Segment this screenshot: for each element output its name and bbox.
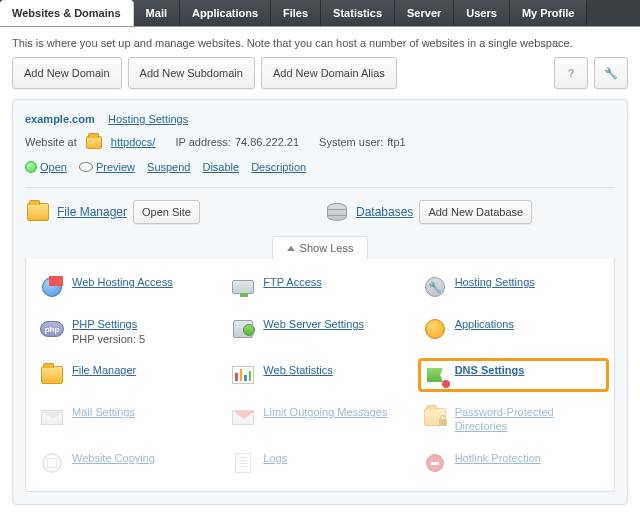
noentry-icon <box>426 454 444 472</box>
httpdocs-link[interactable]: httpdocs/ <box>111 136 156 148</box>
open-link[interactable]: Open <box>40 161 67 173</box>
suspend-link[interactable]: Suspend <box>147 161 190 173</box>
add-domain-button[interactable]: Add New Domain <box>12 57 122 89</box>
item-logs[interactable]: Logs <box>231 451 408 475</box>
gear-icon <box>425 319 445 339</box>
globe-icon <box>42 277 62 297</box>
item-web-statistics[interactable]: Web Statistics <box>231 363 408 387</box>
envelope-icon <box>41 410 63 425</box>
chevron-up-icon <box>287 246 295 251</box>
tools-button[interactable]: 🔧 <box>594 57 628 89</box>
domain-meta: Website at httpdocs/ IP address: 74.86.2… <box>25 131 615 153</box>
tab-users[interactable]: Users <box>454 0 510 26</box>
page-icon <box>235 453 251 473</box>
copy-icon <box>42 453 62 473</box>
tab-my-profile[interactable]: My Profile <box>510 0 588 26</box>
domain-panel: example.com Hosting Settings Website at … <box>12 99 628 505</box>
open-site-button[interactable]: Open Site <box>133 200 200 224</box>
domain-name-link[interactable]: example.com <box>25 113 95 125</box>
item-applications[interactable]: Applications <box>423 317 600 345</box>
item-hosting-settings[interactable]: 🔧 Hosting Settings <box>423 275 600 299</box>
disable-link[interactable]: Disable <box>202 161 239 173</box>
item-web-server-settings[interactable]: Web Server Settings <box>231 317 408 345</box>
wrench-circle-icon: 🔧 <box>425 277 445 297</box>
domain-actions: Open Preview Suspend Disable Description <box>25 161 615 173</box>
tab-applications[interactable]: Applications <box>180 0 271 26</box>
item-php-settings[interactable]: php PHP SettingsPHP version: 5 <box>40 317 217 345</box>
tab-files[interactable]: Files <box>271 0 321 26</box>
server-icon <box>233 320 253 338</box>
page-description: This is where you set up and manage webs… <box>12 37 628 49</box>
help-button[interactable]: ? <box>554 57 588 89</box>
item-ftp-access[interactable]: FTP Access <box>231 275 408 299</box>
folder-icon <box>25 201 51 223</box>
database-icon <box>324 201 350 223</box>
hosting-settings-link[interactable]: Hosting Settings <box>108 113 188 125</box>
databases-link[interactable]: Databases <box>356 205 413 219</box>
lock-folder-icon <box>424 408 446 426</box>
stats-icon <box>232 366 254 384</box>
folder-icon <box>81 131 107 153</box>
dns-flag-icon <box>427 368 443 382</box>
ftp-icon <box>232 280 254 294</box>
question-icon: ? <box>568 67 575 79</box>
tab-statistics[interactable]: Statistics <box>321 0 395 26</box>
tab-mail[interactable]: Mail <box>134 0 180 26</box>
php-icon: php <box>40 321 64 337</box>
item-web-hosting-access[interactable]: Web Hosting Access <box>40 275 217 299</box>
features-grid: Web Hosting Access FTP Access 🔧 Hosting … <box>25 259 615 492</box>
file-manager-link[interactable]: File Manager <box>57 205 127 219</box>
add-subdomain-button[interactable]: Add New Subdomain <box>128 57 255 89</box>
item-limit-outgoing[interactable]: Limit Outgoing Messages <box>231 405 408 433</box>
tab-websites-domains[interactable]: Websites & Domains <box>0 0 134 26</box>
item-hotlink-protection[interactable]: Hotlink Protection <box>423 451 600 475</box>
item-password-protected[interactable]: Password-Protected Directories <box>423 405 600 433</box>
item-file-manager[interactable]: File Manager <box>40 363 217 387</box>
item-dns-settings[interactable]: DNS Settings <box>418 358 609 392</box>
preview-link[interactable]: Preview <box>96 161 135 173</box>
wrench-icon: 🔧 <box>604 67 618 80</box>
preview-icon <box>79 162 93 172</box>
top-tabs: Websites & Domains Mail Applications Fil… <box>0 0 640 27</box>
open-icon <box>25 161 37 173</box>
tab-server[interactable]: Server <box>395 0 454 26</box>
toolbar: Add New Domain Add New Subdomain Add New… <box>12 57 628 89</box>
envelope-limit-icon <box>232 410 254 425</box>
item-website-copying[interactable]: Website Copying <box>40 451 217 475</box>
description-link[interactable]: Description <box>251 161 306 173</box>
show-less-toggle[interactable]: Show Less <box>272 236 369 259</box>
item-mail-settings[interactable]: Mail Settings <box>40 405 217 433</box>
add-alias-button[interactable]: Add New Domain Alias <box>261 57 397 89</box>
add-database-button[interactable]: Add New Database <box>419 200 532 224</box>
folder-icon <box>41 366 63 384</box>
